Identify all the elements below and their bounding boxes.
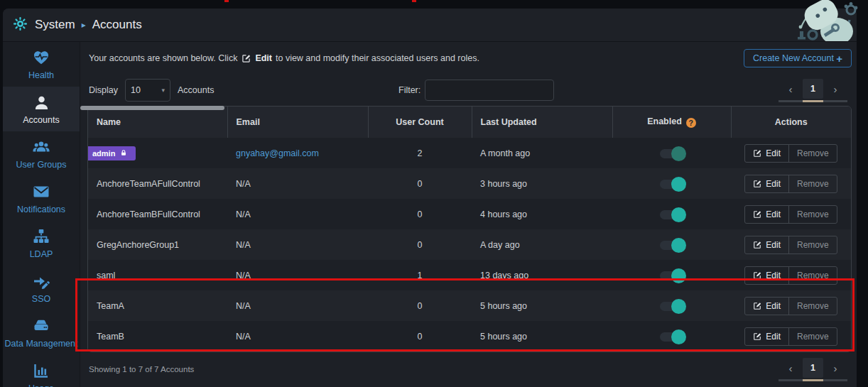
main-content: Your accounts are shown below. Click Edi…	[80, 42, 859, 387]
column-header-email: Email	[227, 107, 368, 138]
remove-button[interactable]: Remove	[788, 328, 837, 345]
remove-button[interactable]: Remove	[788, 175, 837, 192]
sidebar-item-sso[interactable]: SSO	[3, 266, 80, 310]
edit-button[interactable]: Edit	[745, 328, 788, 345]
column-header-enabled: Enabled?	[612, 107, 731, 138]
edit-button[interactable]: Edit	[745, 267, 788, 284]
results-summary: Showing 1 to 7 of 7 Accounts	[89, 365, 194, 374]
sidebar-item-notifications[interactable]: Notifications	[3, 176, 80, 221]
breadcrumb-system[interactable]: System	[35, 18, 75, 32]
column-header-actions: Actions	[731, 107, 851, 138]
app-window: System ▸ Accounts HealthAccountsUser Gro…	[3, 9, 857, 387]
chevron-down-icon: ▾	[161, 87, 165, 94]
prev-page-button[interactable]: ‹	[779, 358, 803, 378]
enabled-toggle[interactable]	[660, 149, 684, 158]
edit-icon	[753, 271, 761, 280]
sitemap-icon	[32, 227, 50, 246]
breadcrumb-separator-icon: ▸	[82, 20, 86, 30]
sidebar-item-label: Notifications	[17, 205, 65, 214]
pagination-bottom: ‹ 1 ›	[779, 358, 847, 381]
column-header-name: Name	[88, 107, 227, 138]
account-email: N/A	[236, 301, 251, 311]
current-page-button[interactable]: 1	[803, 358, 823, 378]
enabled-toggle[interactable]	[660, 180, 684, 189]
enabled-toggle[interactable]	[660, 241, 684, 250]
breadcrumb: System ▸ Accounts	[35, 18, 142, 32]
edit-button[interactable]: Edit	[745, 206, 788, 223]
intro-text: Your accounts are shown below. Click Edi…	[89, 53, 479, 63]
sidebar-item-label: User Groups	[16, 160, 67, 170]
column-header-last-updated: Last Updated	[472, 107, 612, 138]
accounts-table: NameEmailUser CountLast UpdatedEnabled?A…	[87, 106, 852, 352]
edit-icon	[753, 332, 761, 341]
account-last-updated: 4 hours ago	[472, 199, 612, 229]
remove-button[interactable]: Remove	[788, 206, 837, 223]
sidebar-item-label: Accounts	[23, 115, 59, 125]
edit-button[interactable]: Edit	[745, 298, 788, 315]
pagination-top: ‹ 1 ›	[779, 79, 847, 102]
account-row: saml N/A 1 13 days ago Edit Remove	[88, 260, 851, 290]
edit-icon	[753, 210, 761, 219]
account-name: AnchoreTeamBFullControl	[97, 209, 200, 219]
help-icon[interactable]: ?	[686, 118, 696, 128]
account-email: N/A	[236, 332, 251, 342]
sidebar-item-accounts[interactable]: Accounts	[3, 87, 80, 131]
remove-button[interactable]: Remove	[788, 236, 837, 254]
edit-button[interactable]: Edit	[745, 175, 788, 192]
next-page-button[interactable]: ›	[823, 79, 847, 99]
account-last-updated: A day ago	[472, 229, 612, 260]
page-size-select[interactable]: 10 ▾	[125, 79, 170, 102]
sidebar-item-label: SSO	[32, 294, 50, 304]
edit-icon	[753, 241, 761, 249]
account-user-count: 0	[368, 199, 472, 229]
annotation-red-mark	[412, 0, 416, 2]
enabled-toggle[interactable]	[660, 210, 684, 219]
account-email: N/A	[236, 179, 251, 189]
display-label: Display	[89, 85, 118, 95]
sidebar-item-label: Health	[28, 70, 54, 80]
current-page-button[interactable]: 1	[803, 79, 823, 99]
account-user-count: 0	[368, 321, 472, 351]
prev-page-button[interactable]: ‹	[779, 79, 803, 99]
enabled-toggle[interactable]	[660, 302, 684, 311]
sidebar-item-data-management[interactable]: Data Management	[3, 310, 80, 355]
person-icon	[33, 93, 50, 111]
sidebar-item-user-groups[interactable]: User Groups	[3, 131, 80, 176]
filter-input[interactable]	[425, 80, 554, 101]
account-email: N/A	[236, 271, 251, 280]
server-icon	[32, 317, 50, 335]
edit-button[interactable]: Edit	[745, 145, 788, 162]
accounts-table-body: admin gnyahay@gmail.com 2 A month ago Ed…	[88, 138, 851, 351]
remove-button[interactable]: Remove	[788, 145, 837, 162]
account-last-updated: 5 hours ago	[472, 290, 612, 321]
sidebar-item-ldap[interactable]: LDAP	[3, 221, 80, 266]
account-last-updated: 5 hours ago	[472, 321, 612, 351]
enabled-toggle[interactable]	[660, 332, 684, 342]
filter-label: Filter:	[398, 85, 421, 95]
account-user-count: 0	[368, 290, 472, 321]
enabled-toggle[interactable]	[660, 271, 684, 280]
account-name: AnchoreTeamAFullControl	[97, 179, 200, 189]
next-page-button[interactable]: ›	[823, 358, 847, 378]
sidebar-item-health[interactable]: Health	[3, 42, 80, 87]
account-name: TeamA	[97, 301, 124, 311]
horizontal-scrollbar-thumb[interactable]	[80, 106, 224, 110]
account-last-updated: A month ago	[472, 138, 612, 168]
sidebar-item-usage[interactable]: Usage	[3, 355, 80, 387]
account-user-count: 1	[368, 260, 472, 290]
edit-button[interactable]: Edit	[745, 236, 788, 254]
table-header-row: NameEmailUser CountLast UpdatedEnabled?A…	[88, 107, 851, 138]
edit-icon	[753, 180, 761, 188]
account-last-updated: 13 days ago	[472, 260, 612, 290]
column-header-user-count: User Count	[368, 107, 472, 138]
remove-button[interactable]: Remove	[788, 267, 837, 284]
page-header: System ▸ Accounts	[3, 9, 857, 42]
remove-button[interactable]: Remove	[788, 298, 837, 315]
create-new-account-button[interactable]: Create New Account +	[744, 49, 852, 67]
envelope-icon	[32, 182, 50, 201]
account-user-count: 0	[368, 229, 472, 260]
admin-account-badge: admin	[88, 146, 136, 160]
lock-icon	[120, 149, 127, 157]
sidebar-item-label: Data Management	[5, 339, 78, 349]
account-email[interactable]: gnyahay@gmail.com	[236, 148, 319, 158]
